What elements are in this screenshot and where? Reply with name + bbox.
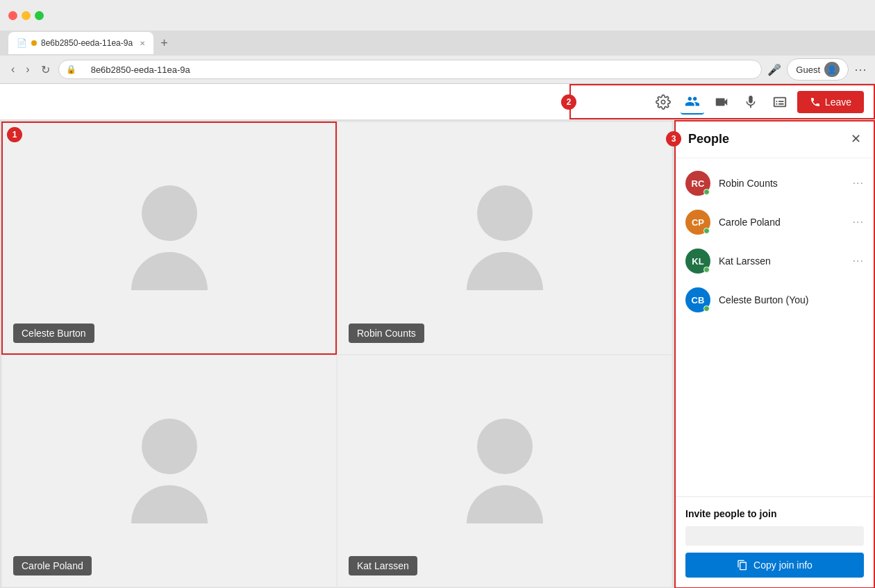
settings-button[interactable] [651, 90, 675, 114]
more-options-button[interactable]: ⋯ [854, 62, 867, 77]
person-name-robin: Robin Counts [719, 178, 844, 189]
panel-title: People [688, 132, 729, 146]
lock-icon: 🔒 [66, 65, 76, 74]
new-tab-button[interactable]: + [156, 36, 172, 51]
avatar-body [131, 252, 208, 290]
panel-header: People ✕ [674, 120, 875, 158]
video-cell-carole: Carole Poland [1, 355, 337, 588]
person-name-kat: Kat Larssen [719, 255, 844, 267]
avatar-robin [467, 185, 543, 290]
main-content-area: 1 Celeste Burton [0, 120, 875, 588]
video-cell-kat: Kat Larssen [337, 355, 672, 588]
reload-button[interactable]: ↻ [38, 63, 53, 76]
avatar-body [131, 485, 208, 523]
copy-join-label: Copy join info [753, 560, 812, 571]
people-button[interactable] [681, 90, 704, 115]
step-1-badge: 1 [7, 127, 22, 142]
person-item-carole[interactable]: CP Carole Poland ··· [674, 203, 875, 242]
name-label-celeste: Celeste Burton [13, 324, 94, 343]
person-more-carole[interactable]: ··· [853, 216, 864, 228]
close-traffic-light[interactable] [8, 11, 17, 20]
person-avatar-robin: RC [685, 171, 710, 196]
person-name-carole: Carole Poland [719, 217, 844, 228]
mic-button[interactable] [739, 90, 762, 114]
leave-button[interactable]: Leave [797, 91, 864, 113]
camera-button[interactable] [710, 90, 733, 114]
avatar-celeste [131, 185, 208, 290]
fullscreen-traffic-light[interactable] [35, 11, 44, 20]
copy-join-button[interactable]: Copy join info [685, 553, 864, 578]
minimize-traffic-light[interactable] [22, 11, 31, 20]
address-bar[interactable]: 🔒 8e6b2850-eeda-11ea-9a [58, 60, 762, 79]
step-2-badge: 2 [561, 94, 576, 110]
svg-point-0 [661, 100, 665, 104]
avatar-kat [467, 419, 543, 523]
name-label-carole: Carole Poland [13, 556, 92, 576]
online-indicator [703, 228, 710, 234]
avatar-circle [142, 419, 197, 474]
person-item-kat[interactable]: KL Kat Larssen ··· [674, 242, 875, 280]
tab-dot [31, 40, 37, 46]
avatar-circle [477, 185, 533, 241]
meeting-toolbar: 2 [0, 84, 875, 120]
video-cell-celeste: Celeste Burton [1, 121, 337, 355]
traffic-lights [8, 11, 44, 20]
tab-favicon: 📄 [17, 38, 27, 48]
video-cell-robin: Robin Counts [337, 121, 672, 355]
online-indicator [703, 305, 710, 312]
share-screen-button[interactable] [768, 90, 792, 114]
tab-close-button[interactable]: ✕ [140, 40, 145, 47]
name-label-kat: Kat Larssen [349, 556, 417, 576]
people-list: RC Robin Counts ··· CP Carole Poland ··· [674, 158, 875, 496]
person-avatar-carole: CP [685, 210, 710, 235]
guest-avatar-icon: 👤 [827, 65, 837, 74]
tab-title: 8e6b2850-eeda-11ea-9a [41, 38, 133, 48]
person-more-robin[interactable]: ··· [853, 177, 864, 190]
leave-label: Leave [825, 96, 851, 108]
back-button[interactable]: ‹ [8, 63, 17, 76]
close-panel-button[interactable]: ✕ [851, 131, 861, 146]
name-label-robin: Robin Counts [349, 324, 424, 343]
address-text: 8e6b2850-eeda-11ea-9a [91, 65, 190, 75]
online-indicator [703, 189, 710, 195]
avatar-body [467, 252, 543, 290]
mic-browser-icon[interactable]: 🎤 [767, 63, 781, 76]
avatar-circle [477, 419, 533, 474]
people-panel: 3 People ✕ RC Robin Counts ··· [674, 120, 875, 588]
invite-label: Invite people to join [685, 508, 864, 519]
video-grid: Celeste Burton Robin Counts [0, 120, 674, 588]
person-item-robin[interactable]: RC Robin Counts ··· [674, 164, 875, 203]
guest-avatar: 👤 [824, 62, 840, 77]
avatar-body [467, 485, 543, 523]
online-indicator [703, 267, 710, 273]
person-avatar-kat: KL [685, 249, 710, 274]
person-more-kat[interactable]: ··· [853, 255, 864, 267]
avatar-circle [142, 185, 197, 241]
forward-button[interactable]: › [23, 63, 32, 76]
person-avatar-celeste: CB [685, 287, 710, 312]
avatar-carole [131, 419, 208, 523]
address-bar-wrapper: 🔒 8e6b2850-eeda-11ea-9a [58, 60, 762, 79]
step-3-badge: 3 [666, 131, 681, 146]
person-item-celeste[interactable]: CB Celeste Burton (You) [674, 280, 875, 319]
person-name-celeste: Celeste Burton (You) [719, 294, 864, 305]
browser-tab[interactable]: 📄 8e6b2850-eeda-11ea-9a ✕ [8, 32, 153, 54]
guest-button[interactable]: Guest 👤 [787, 58, 849, 81]
guest-label: Guest [796, 65, 820, 75]
invite-section: Invite people to join Copy join info [674, 496, 875, 588]
invite-input-bar[interactable] [685, 526, 864, 546]
